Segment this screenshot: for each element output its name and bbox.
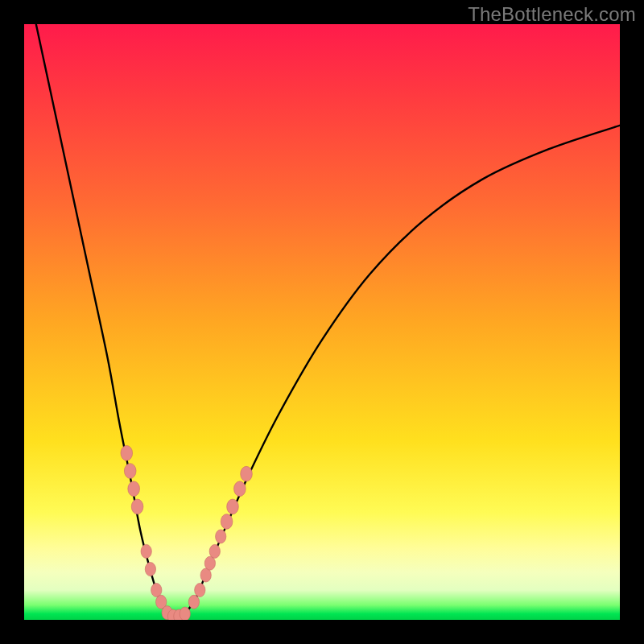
curve-marker — [188, 595, 199, 609]
curve-marker — [204, 556, 215, 570]
plot-area — [24, 24, 620, 620]
curve-marker — [145, 563, 155, 576]
curve-marker — [151, 583, 162, 597]
curve-marker — [200, 568, 211, 582]
curve-marker — [227, 499, 239, 514]
curve-marker — [121, 445, 133, 460]
curve-marker — [141, 544, 151, 558]
chart-frame: TheBottleneck.com — [0, 0, 644, 644]
curve-marker — [234, 481, 246, 497]
curve-marker — [124, 464, 136, 479]
bottleneck-curve — [36, 24, 620, 620]
curve-marker — [209, 544, 220, 558]
curve-marker — [128, 481, 140, 497]
curve-marker — [180, 607, 190, 620]
curve-marker — [195, 583, 205, 597]
bottleneck-curve-svg — [24, 24, 620, 620]
curve-marker — [221, 514, 233, 530]
curve-marker — [131, 499, 143, 514]
curve-marker — [216, 530, 226, 543]
curve-marker — [241, 466, 253, 481]
watermark-text: TheBottleneck.com — [468, 3, 636, 26]
